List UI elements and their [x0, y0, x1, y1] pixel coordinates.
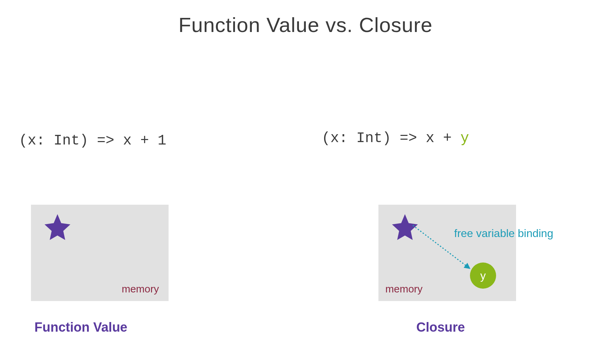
caption-closure: Closure	[416, 320, 465, 335]
code-text-left: (x: Int) => x + 1	[19, 132, 166, 149]
code-free-variable: y	[460, 130, 469, 147]
free-variable-name: y	[480, 269, 486, 282]
closure-code: (x: Int) => x + y	[322, 130, 469, 147]
code-text-right-prefix: (x: Int) => x +	[322, 130, 460, 147]
free-variable-binding-label: free variable binding	[454, 227, 553, 240]
slide-title: Function Value vs. Closure	[0, 13, 611, 37]
memory-box-closure: y memory	[378, 205, 516, 301]
memory-box-function-value: memory	[31, 205, 169, 301]
function-value-code: (x: Int) => x + 1	[19, 132, 166, 149]
free-variable-circle: y	[470, 263, 496, 289]
memory-label-right: memory	[385, 283, 422, 295]
memory-label-left: memory	[122, 283, 159, 295]
star-icon	[389, 212, 420, 243]
star-icon	[42, 212, 73, 243]
caption-function-value: Function Value	[34, 320, 127, 335]
